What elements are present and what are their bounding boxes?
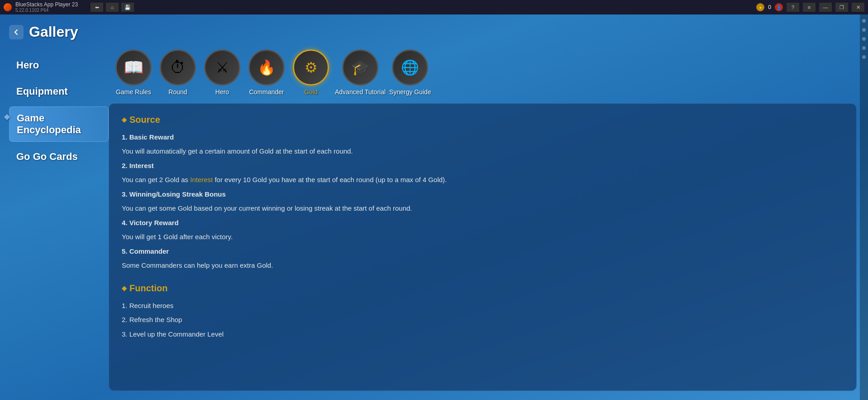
app-name: BlueStacks App Player 23 [15, 2, 78, 8]
gold-icon: ● [756, 3, 764, 11]
sidebar-dot-5 [862, 55, 866, 59]
tab-commander[interactable]: 🔥 Commander [246, 49, 287, 96]
game-rules-icon-wrap: 📖 [115, 49, 152, 86]
source-item-3-body: You can get some Gold based on your curr… [122, 202, 844, 214]
commander-label: Commander [249, 88, 284, 96]
gold-count: 0 [768, 4, 771, 10]
help-btn[interactable]: ? [787, 3, 799, 12]
title-bar: BlueStacks App Player 23 5.22.0.1102 P64… [0, 0, 868, 14]
source-item-4-body: You will get 1 Gold after each victory. [122, 231, 844, 243]
encyclopedia-content: Source 1. Basic Reward You will automati… [109, 103, 857, 391]
synergy-guide-icon-wrap: 🌐 [392, 49, 428, 86]
game-rules-icon: 📖 [124, 58, 144, 77]
nav-save-btn[interactable]: 💾 [121, 3, 134, 12]
gold-tab-icon: ⚙ [305, 59, 318, 76]
main-panel: 📖 Game Rules ⏱ Round ⚔ [109, 49, 857, 391]
source-item-3-heading: 3. Winning/Losing Streak Bonus [122, 188, 844, 200]
close-btn[interactable]: ✕ [852, 3, 864, 12]
game-rules-label: Game Rules [116, 88, 151, 96]
advanced-tutorial-label: Advanced Tutorial [335, 88, 386, 96]
function-section-title: Function [122, 283, 844, 294]
tab-round[interactable]: ⏱ Round [157, 49, 198, 96]
function-item-1: 1. Recruit heroes [122, 300, 844, 312]
gallery-back-btn[interactable] [9, 25, 24, 39]
nav-item-equipment[interactable]: Equipment [9, 80, 109, 103]
tab-game-rules[interactable]: 📖 Game Rules [113, 49, 154, 96]
gold-label: Gold [304, 88, 318, 96]
sidebar-dot-4 [862, 46, 866, 50]
restore-btn[interactable]: ❐ [835, 3, 848, 12]
hero-icon-wrap: ⚔ [204, 49, 240, 86]
function-item-2: 2. Refresh the Shop [122, 314, 844, 326]
hero-label: Hero [215, 88, 229, 96]
round-icon-wrap: ⏱ [160, 49, 196, 86]
main-area: Gallery Hero Equipment Game Encyclopedia… [0, 14, 868, 400]
nav-back-btn[interactable]: ⬅ [91, 3, 103, 12]
app-content: Gallery Hero Equipment Game Encyclopedia… [0, 14, 868, 400]
source-item-5-heading: 5. Commander [122, 246, 844, 257]
hero-icon: ⚔ [216, 59, 229, 76]
synergy-guide-icon: 🌐 [401, 59, 419, 76]
left-nav: Hero Equipment Game Encyclopedia Go Go C… [9, 49, 109, 391]
source-section-title: Source [122, 115, 844, 125]
commander-icon-wrap: 🔥 [248, 49, 285, 86]
source-item-1-heading: 1. Basic Reward [122, 131, 844, 143]
sidebar-dot-3 [862, 37, 866, 41]
tab-synergy-guide[interactable]: 🌐 Synergy Guide [389, 49, 431, 96]
sidebar-dot-2 [862, 28, 866, 32]
source-item-5-body: Some Commanders can help you earn extra … [122, 260, 844, 271]
nav-item-hero[interactable]: Hero [9, 54, 109, 77]
commander-icon: 🔥 [258, 59, 276, 76]
nav-item-game-encyclopedia[interactable]: Game Encyclopedia [9, 106, 109, 142]
gold-icon-wrap: ⚙ [293, 49, 329, 86]
source-item-1-body: You will automatically get a certain amo… [122, 145, 844, 157]
gallery-header: Gallery [9, 24, 857, 40]
nav-home-btn[interactable]: ⌂ [106, 3, 119, 12]
nav-item-go-go-cards[interactable]: Go Go Cards [9, 145, 109, 168]
profile-badge: 👤 [775, 3, 783, 11]
source-item-2-heading: 2. Interest [122, 160, 844, 172]
tab-hero[interactable]: ⚔ Hero [202, 49, 243, 96]
app-version: 5.22.0.1102 P64 [15, 8, 78, 13]
round-label: Round [168, 88, 187, 96]
advanced-tutorial-icon-wrap: 🎓 [342, 49, 378, 86]
round-icon: ⏱ [170, 58, 186, 77]
source-item-4-heading: 4. Victory Reward [122, 217, 844, 229]
gallery-title: Gallery [29, 24, 78, 40]
synergy-guide-label: Synergy Guide [389, 88, 431, 96]
minimize-btn[interactable]: — [819, 3, 832, 12]
advanced-tutorial-icon: 🎓 [351, 59, 369, 76]
tab-gold[interactable]: ⚙ Gold [291, 49, 331, 96]
right-sidebar [860, 14, 868, 400]
tab-advanced-tutorial[interactable]: 🎓 Advanced Tutorial [335, 49, 386, 96]
sidebar-dot-1 [862, 19, 866, 23]
source-item-2-body: You can get 2 Gold as Interest for every… [122, 174, 844, 186]
app-icon [4, 3, 12, 11]
menu-btn[interactable]: ≡ [803, 3, 816, 12]
category-tabs: 📖 Game Rules ⏱ Round ⚔ [109, 49, 857, 96]
content-area: Hero Equipment Game Encyclopedia Go Go C… [9, 49, 857, 391]
function-item-3: 3. Level up the Commander Level [122, 328, 844, 340]
